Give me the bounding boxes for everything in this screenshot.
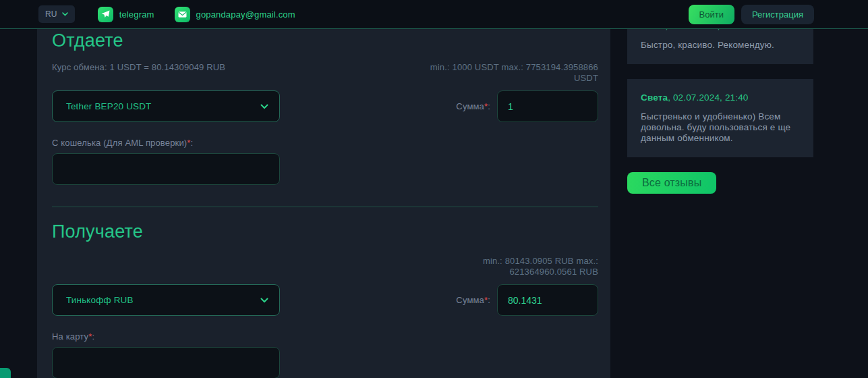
email-link[interactable]: gopandapay@gmail.com bbox=[175, 7, 295, 22]
telegram-link[interactable]: telegram bbox=[98, 7, 154, 22]
give-controls-row: Tether BEP20 USDT Сумма*: bbox=[52, 90, 598, 122]
review-date: , 02.07.2024, 21:40 bbox=[668, 92, 748, 103]
receive-amount-label: Сумма*: bbox=[456, 295, 490, 305]
receive-section-title: Получаете bbox=[52, 221, 598, 242]
give-currency-value: Tether BEP20 USDT bbox=[66, 101, 260, 111]
wallet-input[interactable] bbox=[52, 153, 280, 185]
give-minmax: min.: 1000 USDT max.: 7753194.3958866 US… bbox=[424, 62, 598, 84]
register-button[interactable]: Регистрация bbox=[741, 5, 814, 24]
exchange-rate: Курс обмена: 1 USDT = 80.14309049 RUB bbox=[52, 62, 225, 84]
wallet-label: С кошелька (Для AML проверки)*: bbox=[52, 138, 598, 148]
give-section-title: Отдаете bbox=[52, 30, 598, 51]
give-amount-group: Сумма*: bbox=[456, 90, 598, 122]
give-amount-label: Сумма*: bbox=[456, 101, 490, 111]
all-reviews-button[interactable]: Все отзывы bbox=[627, 172, 716, 194]
language-select[interactable]: RU bbox=[38, 5, 75, 23]
give-info-row: Курс обмена: 1 USDT = 80.14309049 RUB mi… bbox=[52, 62, 598, 84]
email-label: gopandapay@gmail.com bbox=[196, 9, 295, 20]
card-label: На карту*: bbox=[52, 332, 598, 342]
receive-currency-select[interactable]: Тинькофф RUB bbox=[52, 284, 280, 316]
receive-amount-input[interactable] bbox=[497, 284, 598, 316]
email-icon bbox=[175, 7, 190, 22]
language-label: RU bbox=[45, 9, 57, 19]
corner-widget[interactable] bbox=[0, 368, 11, 378]
section-divider bbox=[52, 207, 598, 207]
telegram-icon bbox=[98, 7, 113, 22]
reviews-sidebar: Женя, 03.07.2024, 22:10 Быстро, красиво.… bbox=[627, 29, 813, 194]
chevron-down-icon bbox=[62, 12, 68, 16]
card-input[interactable] bbox=[52, 347, 280, 378]
telegram-label: telegram bbox=[119, 9, 154, 20]
chevron-down-icon bbox=[260, 104, 268, 109]
review-text: Быстро, красиво. Рекомендую. bbox=[641, 40, 800, 51]
receive-currency-value: Тинькофф RUB bbox=[66, 295, 260, 305]
review-author: Света bbox=[641, 92, 668, 103]
receive-amount-group: Сумма*: bbox=[456, 284, 598, 316]
receive-minmax: min.: 80143.0905 RUB max.: 621364960.056… bbox=[424, 256, 598, 277]
give-section: Отдаете Курс обмена: 1 USDT = 80.1430904… bbox=[52, 30, 598, 185]
chevron-down-icon bbox=[260, 298, 268, 303]
receive-controls-row: Тинькофф RUB Сумма*: bbox=[52, 284, 598, 316]
topbar: RU telegram gopandapay@gmail.com Войти Р… bbox=[0, 0, 868, 29]
give-amount-input[interactable] bbox=[497, 90, 598, 122]
login-button[interactable]: Войти bbox=[689, 5, 734, 24]
receive-section: Получаете min.: 80143.0905 RUB max.: 621… bbox=[52, 221, 598, 378]
exchange-form-panel: Отдаете Курс обмена: 1 USDT = 80.1430904… bbox=[37, 29, 610, 378]
review-card: Света, 02.07.2024, 21:40 Быстренько и уд… bbox=[627, 79, 813, 157]
give-currency-select[interactable]: Tether BEP20 USDT bbox=[52, 90, 280, 122]
review-header: Света, 02.07.2024, 21:40 bbox=[641, 92, 800, 103]
receive-info-row: min.: 80143.0905 RUB max.: 621364960.056… bbox=[52, 256, 598, 277]
review-text: Быстренько и удобненько) Всем довольна. … bbox=[641, 111, 800, 144]
